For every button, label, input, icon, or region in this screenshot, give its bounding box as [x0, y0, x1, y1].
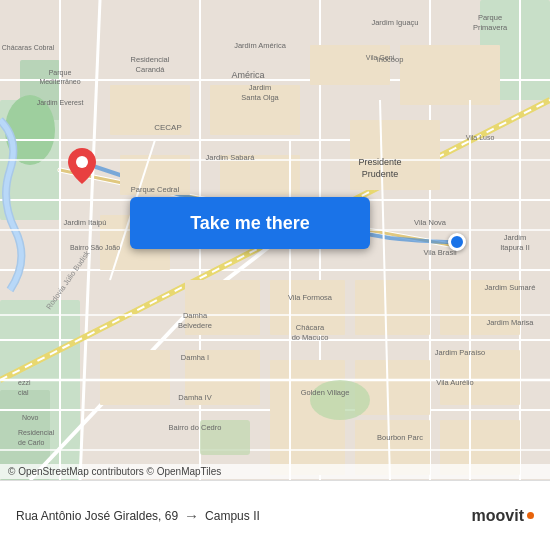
- origin-marker: [68, 148, 96, 188]
- svg-text:Prudente: Prudente: [362, 169, 399, 179]
- svg-text:Vila Formosa: Vila Formosa: [288, 293, 333, 302]
- svg-text:Itapura II: Itapura II: [500, 243, 530, 252]
- svg-text:Carandá: Carandá: [136, 65, 166, 74]
- svg-text:Novo: Novo: [22, 414, 38, 421]
- attribution-text: © OpenStreetMap contributors © OpenMapTi…: [8, 466, 221, 477]
- route-destination: Campus II: [205, 509, 260, 523]
- moovit-dot-icon: [527, 512, 534, 519]
- svg-text:Vila Luso: Vila Luso: [466, 134, 495, 141]
- svg-text:Golden Village: Golden Village: [301, 388, 350, 397]
- svg-text:Jardim Itaipú: Jardim Itaipú: [64, 218, 107, 227]
- svg-text:Bairro do Cedro: Bairro do Cedro: [169, 423, 222, 432]
- svg-text:Jardim Marisa: Jardim Marisa: [486, 318, 534, 327]
- map-container: América Presidente Prudente CECAP Parque…: [0, 0, 550, 480]
- svg-rect-29: [355, 280, 430, 335]
- svg-text:Residencial: Residencial: [131, 55, 170, 64]
- svg-text:Chácaras Cobral: Chácaras Cobral: [2, 44, 55, 51]
- svg-text:Jardim: Jardim: [504, 233, 527, 242]
- svg-text:Jardim Sumaré: Jardim Sumaré: [485, 283, 536, 292]
- svg-text:Mediterrâneo: Mediterrâneo: [39, 78, 80, 85]
- svg-rect-22: [400, 45, 500, 105]
- svg-text:Santa Olga: Santa Olga: [241, 93, 279, 102]
- svg-point-48: [310, 380, 370, 420]
- svg-text:Vila Geni: Vila Geni: [366, 54, 395, 61]
- svg-text:Presidente: Presidente: [358, 157, 401, 167]
- svg-text:Damha IV: Damha IV: [178, 393, 211, 402]
- destination-marker: [448, 233, 466, 251]
- svg-rect-31: [100, 350, 170, 405]
- svg-text:Parque: Parque: [478, 13, 502, 22]
- svg-text:ezzi: ezzi: [18, 379, 31, 386]
- svg-text:cial: cial: [18, 389, 29, 396]
- svg-rect-21: [310, 45, 390, 85]
- svg-text:América: América: [231, 70, 264, 80]
- svg-text:Belvedere: Belvedere: [178, 321, 212, 330]
- svg-text:Parque Cedral: Parque Cedral: [131, 185, 180, 194]
- svg-text:Primavera: Primavera: [473, 23, 508, 32]
- svg-text:Jardim Sabará: Jardim Sabará: [206, 153, 256, 162]
- svg-text:Parque: Parque: [49, 69, 72, 77]
- route-arrow-icon: →: [184, 507, 199, 524]
- svg-text:Jardim: Jardim: [249, 83, 272, 92]
- svg-text:de Carlo: de Carlo: [18, 439, 45, 446]
- svg-rect-23: [350, 120, 440, 190]
- take-me-there-button[interactable]: Take me there: [130, 197, 370, 249]
- svg-text:Bairro São João: Bairro São João: [70, 244, 120, 251]
- svg-text:do Macuco: do Macuco: [292, 333, 329, 342]
- svg-text:Damha I: Damha I: [181, 353, 209, 362]
- svg-text:Jardim América: Jardim América: [234, 41, 287, 50]
- svg-text:Vila Aurélio: Vila Aurélio: [436, 378, 473, 387]
- svg-text:Residencial: Residencial: [18, 429, 55, 436]
- svg-text:CECAP: CECAP: [154, 123, 182, 132]
- svg-text:Chácara: Chácara: [296, 323, 325, 332]
- svg-text:Jardim Iguaçu: Jardim Iguaçu: [371, 18, 418, 27]
- svg-text:Jardim Paraíso: Jardim Paraíso: [435, 348, 485, 357]
- svg-text:Damha: Damha: [183, 311, 208, 320]
- bottom-bar: Rua Antônio José Giraldes, 69 → Campus I…: [0, 480, 550, 550]
- svg-point-97: [76, 156, 88, 168]
- moovit-logo: moovit: [472, 507, 534, 525]
- moovit-brand-text: moovit: [472, 507, 524, 525]
- svg-text:Bourbon Parc: Bourbon Parc: [377, 433, 423, 442]
- svg-text:Jardim Everest: Jardim Everest: [37, 99, 84, 106]
- route-origin: Rua Antônio José Giraldes, 69: [16, 509, 178, 523]
- osm-attribution: © OpenStreetMap contributors © OpenMapTi…: [0, 464, 550, 479]
- svg-text:Vila Nova: Vila Nova: [414, 218, 447, 227]
